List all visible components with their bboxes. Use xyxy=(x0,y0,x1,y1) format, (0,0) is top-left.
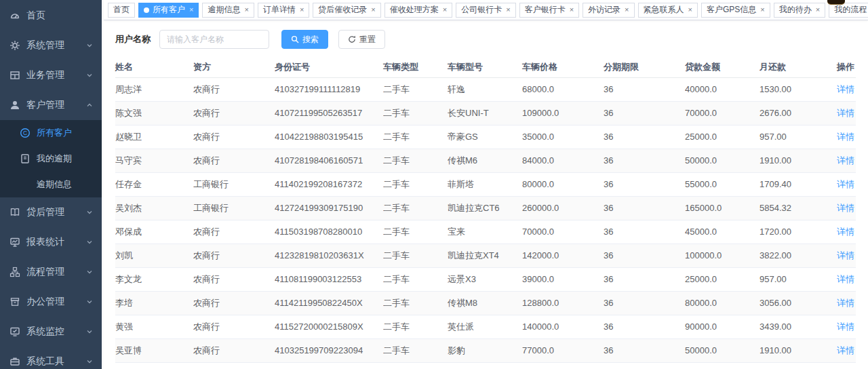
reset-button[interactable]: 重置 xyxy=(338,30,385,49)
monitor-icon xyxy=(9,326,20,337)
copyright-icon: C xyxy=(20,128,31,138)
detail-link[interactable]: 详情 xyxy=(837,203,854,213)
gear-icon xyxy=(9,40,20,51)
cell-vehicle-price: 140000.0 xyxy=(522,315,604,338)
sidebar-item[interactable]: 系统管理 xyxy=(0,31,102,60)
close-icon[interactable]: × xyxy=(244,6,248,14)
column-header-vehicle-model: 车辆型号 xyxy=(448,57,522,77)
tab[interactable]: 我的流程× xyxy=(829,3,868,18)
chevron-down-icon xyxy=(86,72,93,79)
column-header-vehicle-price: 车辆价格 xyxy=(522,57,604,77)
detail-link[interactable]: 详情 xyxy=(837,155,854,166)
sidebar-item[interactable]: 逾期信息 xyxy=(0,172,102,197)
tab-label: 外访记录 xyxy=(588,4,620,16)
cell-loan-amount: 70000.0 xyxy=(685,101,760,125)
column-header-loan-amount: 贷款金额 xyxy=(685,57,760,77)
close-icon[interactable]: × xyxy=(688,6,692,14)
detail-link[interactable]: 详情 xyxy=(837,250,854,260)
sidebar-item[interactable]: 报表统计 xyxy=(0,227,102,257)
cell-vehicle-model: 宝来 xyxy=(448,220,522,244)
sidebar-item[interactable]: C所有客户 xyxy=(0,120,102,146)
sidebar-item[interactable]: 业务管理 xyxy=(0,60,102,90)
close-icon[interactable]: × xyxy=(443,6,447,14)
sidebar: 首页系统管理业务管理客户管理C所有客户我的逾期逾期信息贷后管理报表统计流程管理办… xyxy=(0,0,104,369)
sidebar-item[interactable]: 贷后管理 xyxy=(0,197,102,227)
sidebar-item-label: 系统管理 xyxy=(26,39,64,52)
tab-label: 催收处理方案 xyxy=(390,4,439,16)
search-button[interactable]: 搜索 xyxy=(281,30,328,49)
sidebar-item[interactable]: 客户管理 xyxy=(0,90,102,120)
tabs-bar: 首页所有客户×逾期信息×订单详情×贷后催收记录×催收处理方案×公司银行卡×客户银… xyxy=(104,0,868,20)
tab[interactable]: 客户银行卡× xyxy=(519,3,579,18)
sidebar-item[interactable]: 系统监控 xyxy=(0,317,102,347)
cell-vehicle-price: 77000.0 xyxy=(522,338,604,362)
tab[interactable]: 首页 xyxy=(108,3,135,18)
cell-vehicle-price: 260000.0 xyxy=(522,196,604,220)
detail-link[interactable]: 详情 xyxy=(837,274,854,284)
tab-label: 紧急联系人 xyxy=(644,4,684,16)
detail-link[interactable]: 详情 xyxy=(837,227,854,237)
tab[interactable]: 逾期信息× xyxy=(202,3,254,18)
cell-vehicle-price: 35000.0 xyxy=(522,125,604,149)
cell-loan-amount: 50000.0 xyxy=(685,338,760,362)
table-header-row: 姓名资方身份证号车辆类型车辆型号车辆价格分期期限贷款金额月还款操作 xyxy=(115,57,856,77)
cell-id-number: 411402199208167372 xyxy=(275,172,383,196)
cell-vehicle-type: 二手车 xyxy=(383,244,448,267)
table-row: 黄强农商行41152720000215809X二手车英仕派140000.0369… xyxy=(115,315,856,338)
tab[interactable]: 订单详情× xyxy=(258,3,309,18)
close-icon[interactable]: × xyxy=(371,6,375,14)
cell-installment-term: 36 xyxy=(604,196,685,220)
detail-link[interactable]: 详情 xyxy=(837,132,854,142)
cell-vehicle-price: 39000.0 xyxy=(522,267,604,291)
detail-link[interactable]: 详情 xyxy=(837,322,854,332)
tab-label: 订单详情 xyxy=(263,4,296,16)
detail-link[interactable]: 详情 xyxy=(837,108,854,118)
close-icon[interactable]: × xyxy=(300,6,304,14)
tab[interactable]: 催收处理方案× xyxy=(384,3,452,18)
cell-action: 详情 xyxy=(824,196,856,220)
cell-funder: 农商行 xyxy=(193,315,275,338)
sidebar-item[interactable]: 办公管理 xyxy=(0,287,102,317)
sidebar-item-label: 所有客户 xyxy=(37,127,72,139)
close-icon[interactable]: × xyxy=(625,6,629,14)
cell-loan-amount: 55000.0 xyxy=(685,172,760,196)
cell-installment-term: 36 xyxy=(604,315,685,338)
cell-monthly-payment: 957.00 xyxy=(760,267,824,291)
cell-installment-term: 36 xyxy=(604,244,685,267)
detail-link[interactable]: 详情 xyxy=(837,179,854,189)
detail-link[interactable]: 详情 xyxy=(837,84,854,94)
sidebar-item[interactable]: 我的逾期 xyxy=(0,146,102,172)
close-icon[interactable]: × xyxy=(189,6,193,14)
sidebar-item-label: 系统监控 xyxy=(26,326,64,338)
cell-vehicle-price: 70000.0 xyxy=(522,220,604,244)
tab[interactable]: 紧急联系人× xyxy=(638,3,698,18)
sidebar-item[interactable]: 系统工具 xyxy=(0,347,102,369)
tab[interactable]: 我的待办× xyxy=(774,3,825,18)
tab-label: 公司银行卡 xyxy=(461,4,502,16)
avatar[interactable] xyxy=(827,0,845,4)
tab[interactable]: 外访记录× xyxy=(583,3,634,18)
close-icon[interactable]: × xyxy=(570,6,574,14)
close-icon[interactable]: × xyxy=(760,6,764,14)
tab-label: 我的流程 xyxy=(834,4,867,16)
cell-action: 详情 xyxy=(824,315,856,338)
detail-link[interactable]: 详情 xyxy=(837,298,854,308)
close-icon[interactable]: × xyxy=(506,6,510,14)
cell-monthly-payment xyxy=(760,362,824,369)
cell-loan-amount: 50000.0 xyxy=(685,149,760,172)
tab[interactable]: 贷后催收记录× xyxy=(313,3,380,18)
notebook-icon xyxy=(20,153,31,164)
tab-label: 逾期信息 xyxy=(208,4,240,16)
sidebar-item[interactable]: 流程管理 xyxy=(0,257,102,287)
table-row: 吴亚博农商行410325199709223094二手车影豹77000.03650… xyxy=(115,338,856,362)
tab[interactable]: 所有客户× xyxy=(138,3,199,18)
detail-link[interactable]: 详情 xyxy=(837,345,854,355)
cell-loan-amount: 165000.0 xyxy=(685,196,760,220)
tab[interactable]: 客户GPS信息× xyxy=(701,3,770,18)
customer-name-input[interactable] xyxy=(159,30,269,49)
close-icon[interactable]: × xyxy=(816,6,820,14)
tab[interactable]: 公司银行卡× xyxy=(456,3,515,18)
cell-vehicle-type: 二手车 xyxy=(383,291,448,315)
sidebar-item[interactable]: 首页 xyxy=(0,1,102,31)
cell-installment-term xyxy=(604,362,685,369)
